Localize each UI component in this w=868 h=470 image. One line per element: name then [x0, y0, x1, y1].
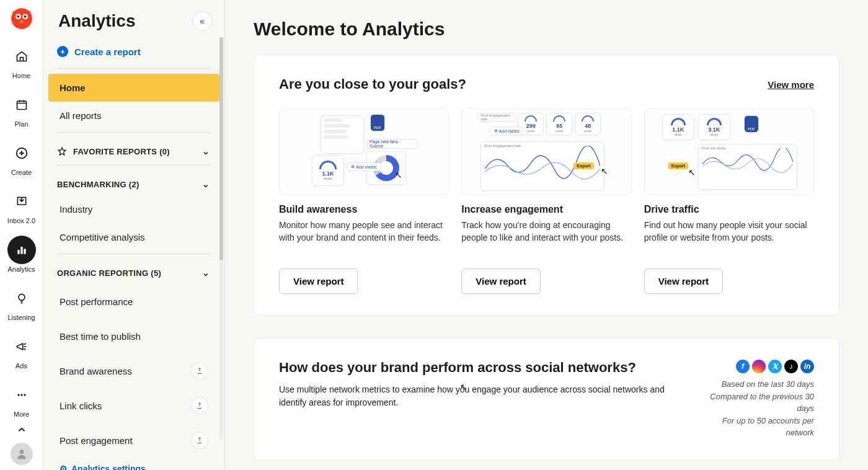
- gear-icon: ⚙: [60, 464, 68, 470]
- analytics-sidebar: Analytics « + Create a report Home All r…: [43, 0, 225, 470]
- section-favorite-reports[interactable]: FAVORITE REPORTS (0) ⌄: [48, 138, 219, 162]
- pin-icon[interactable]: [191, 362, 208, 379]
- sidebar-item-brand-awareness[interactable]: Brand awareness: [48, 353, 219, 388]
- sidebar-title: Analytics: [58, 11, 136, 31]
- goal-card-awareness: PDF Page new fans · Source 1.1Kclicks ⊕ …: [279, 109, 449, 294]
- svg-rect-5: [17, 101, 26, 109]
- logo-owl[interactable]: [11, 7, 33, 30]
- sidebar-item-best-time[interactable]: Best time to publish📌: [48, 319, 219, 353]
- card-illustration: PDF Page new fans · Source 1.1Kclicks ⊕ …: [279, 109, 449, 195]
- svg-point-0: [11, 8, 32, 29]
- sidebar-item-home[interactable]: Home: [48, 74, 219, 102]
- view-report-button[interactable]: View report: [279, 268, 358, 294]
- gnav-label: Ads: [16, 362, 27, 370]
- gnav-home[interactable]: Home: [0, 37, 43, 86]
- cursor-icon: ↖: [688, 167, 696, 177]
- meta-line: Compared to the previous 30 days: [693, 391, 814, 415]
- cursor-icon: ↖: [601, 166, 608, 176]
- card-illustration: Post engagement rate 299posts 65posts 48…: [461, 109, 631, 195]
- gnav-analytics[interactable]: Analytics: [0, 231, 43, 279]
- sidebar-item-post-engagement[interactable]: Post engagement: [48, 423, 219, 458]
- svg-point-3: [17, 16, 19, 18]
- gnav-plan[interactable]: Plan: [0, 86, 43, 134]
- sidebar-item-post-performance[interactable]: Post performance📌: [48, 284, 219, 319]
- card-desc: Track how you're doing at encouraging pe…: [461, 219, 631, 261]
- tiktok-icon: ♪: [784, 360, 798, 373]
- calendar-icon: [7, 91, 36, 119]
- gnav-ads[interactable]: Ads: [0, 327, 43, 376]
- social-icons: f 𝕏 ♪ in: [693, 360, 814, 373]
- gnav-label: Home: [12, 72, 30, 79]
- meta-line: For up to 50 accounts per network: [693, 415, 814, 439]
- inbox-icon: [7, 187, 36, 216]
- goals-heading: Are you close to your goals?: [279, 76, 466, 92]
- view-more-link[interactable]: View more: [768, 79, 814, 90]
- gnav-label: Listening: [7, 314, 35, 321]
- card-desc: Monitor how many people see and interact…: [279, 219, 449, 261]
- sidebar-item-link-clicks[interactable]: Link clicks: [48, 388, 219, 423]
- analytics-settings-link[interactable]: ⚙ Analytics settings: [48, 458, 219, 470]
- sidebar-item-all-reports[interactable]: All reports: [48, 102, 219, 130]
- facebook-icon: f: [736, 360, 750, 373]
- linkedin-icon: in: [800, 360, 814, 373]
- svg-point-13: [24, 394, 25, 396]
- goal-card-traffic: 1.1Kclicks 3.1Kclicks PDF Post link clic…: [644, 109, 814, 294]
- svg-point-12: [20, 394, 22, 396]
- gnav-listening[interactable]: Listening: [0, 279, 43, 327]
- card-title: Drive traffic: [644, 204, 814, 215]
- goal-card-engagement: Post engagement rate 299posts 65posts 48…: [461, 109, 631, 294]
- brand-heading: How does your brand perform across socia…: [279, 360, 668, 376]
- card-desc: Find out how many people visit your soci…: [644, 219, 814, 261]
- star-icon: [57, 146, 67, 156]
- brand-performance-panel: How does your brand perform across socia…: [254, 338, 839, 461]
- gnav-label: Create: [11, 169, 32, 176]
- section-benchmarking[interactable]: BENCHMARKING (2) ⌄: [48, 171, 219, 195]
- meta-line: Based on the last 30 days: [693, 378, 814, 391]
- sidebar-item-competitive-analysis[interactable]: Competitive analysis: [48, 223, 219, 251]
- avatar[interactable]: [11, 443, 33, 465]
- pin-icon[interactable]: [191, 432, 208, 449]
- plus-circle-icon: [7, 139, 36, 167]
- view-report-button[interactable]: View report: [461, 268, 540, 294]
- export-badge: Export: [574, 162, 593, 169]
- main-content: Welcome to Analytics Are you close to yo…: [225, 0, 868, 470]
- gnav-label: More: [14, 410, 29, 418]
- scrollbar-track[interactable]: [219, 37, 223, 439]
- chevron-down-icon: ⌄: [202, 146, 210, 156]
- sidebar-item-industry[interactable]: Industry: [48, 195, 219, 223]
- svg-point-4: [24, 16, 26, 18]
- svg-point-11: [17, 394, 19, 396]
- svg-point-10: [19, 294, 25, 300]
- instagram-icon: [752, 360, 766, 373]
- chevron-double-left-icon: «: [200, 16, 205, 26]
- section-organic-reporting[interactable]: ORGANIC REPORTING (5) ⌄: [48, 259, 219, 284]
- create-report-button[interactable]: + Create a report: [48, 37, 219, 66]
- twitter-icon: 𝕏: [768, 360, 782, 373]
- chevron-down-icon: ⌄: [202, 179, 210, 189]
- create-report-label: Create a report: [74, 47, 141, 57]
- page-title: Welcome to Analytics: [254, 19, 839, 40]
- global-nav: Home Plan Create Inbox 2.0 Analytics Lis…: [0, 0, 43, 470]
- svg-rect-8: [20, 247, 22, 254]
- gnav-inbox[interactable]: Inbox 2.0: [0, 182, 43, 231]
- home-icon: [7, 42, 36, 71]
- megaphone-icon: [7, 332, 36, 361]
- brand-desc: Use multiple network metrics to examine …: [279, 383, 668, 409]
- cursor-icon: ↖: [395, 170, 402, 180]
- pin-icon[interactable]: [191, 397, 208, 414]
- scrollbar-thumb[interactable]: [219, 37, 223, 260]
- chart-bar-icon: [7, 236, 36, 264]
- gnav-more[interactable]: More: [0, 376, 43, 424]
- goals-panel: Are you close to your goals? View more P…: [254, 55, 839, 316]
- gnav-label: Inbox 2.0: [7, 217, 35, 224]
- card-title: Increase engagement: [461, 204, 631, 215]
- gnav-create[interactable]: Create: [0, 134, 43, 182]
- chevron-up-icon[interactable]: [16, 424, 27, 438]
- view-report-button[interactable]: View report: [644, 268, 723, 294]
- dots-icon: [7, 381, 36, 409]
- plus-icon: +: [57, 46, 68, 57]
- card-illustration: 1.1Kclicks 3.1Kclicks PDF Post link clic…: [644, 109, 814, 195]
- gnav-label: Analytics: [7, 265, 35, 273]
- svg-point-14: [19, 450, 24, 454]
- collapse-sidebar-button[interactable]: «: [192, 11, 212, 31]
